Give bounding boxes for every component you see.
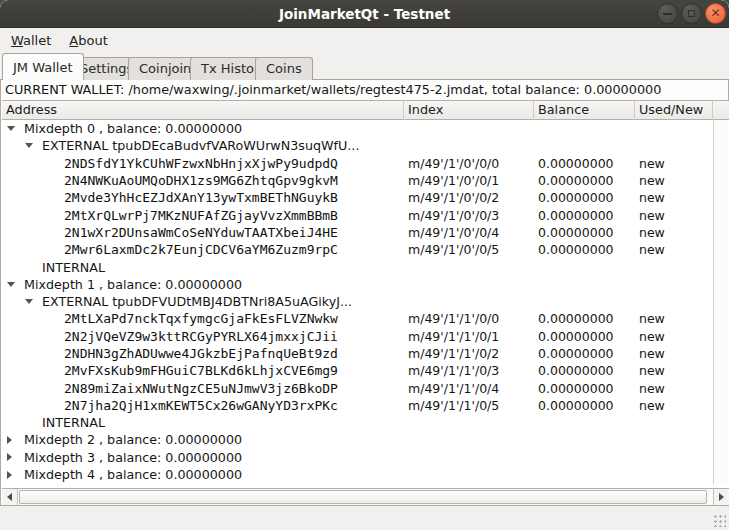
tree-row[interactable]: Mixdepth 1 , balance: 0.00000000 xyxy=(2,276,713,293)
tree-label: EXTERNAL tpubDFVUDtMBJ4DBTNri8A5uAGikyJ.… xyxy=(42,294,352,309)
scroll-right-button[interactable] xyxy=(713,488,729,505)
tree-label: Mixdepth 2 , balance: 0.00000000 xyxy=(24,432,242,447)
header-address[interactable]: Address xyxy=(2,101,404,120)
index-cell: m/49'/1'/1'/0/2 xyxy=(404,346,534,361)
triangle-glyph xyxy=(7,126,15,131)
tree-row[interactable]: 2N2jVQeVZ9w3kttRCGyPYRLX64jmxxjCJiim/49'… xyxy=(2,328,713,345)
collapse-arrow-icon[interactable] xyxy=(25,143,42,148)
address-cell: 2N4NWKuAoUMQoDHX1zs9MG6ZhtqGpv9gkvM xyxy=(64,173,338,188)
tree-label: EXTERNAL tpubDEcaBudvfVARoWUrwN3suqWfU..… xyxy=(42,138,359,153)
address-cell: 2N2jVQeVZ9w3kttRCGyPYRLX64jmxxjCJii xyxy=(64,329,338,344)
balance-cell: 0.00000000 xyxy=(534,190,635,205)
tree-label: Mixdepth 3 , balance: 0.00000000 xyxy=(24,450,242,465)
tree-row[interactable]: 2N7jha2QjH1xmKEWT5Cx26wGANyYD3rxPKcm/49'… xyxy=(2,397,713,414)
tree-row[interactable]: Mixdepth 3 , balance: 0.00000000 xyxy=(2,449,713,466)
balance-cell: 0.00000000 xyxy=(534,225,635,240)
current-wallet-label: CURRENT WALLET: /home/waxwing/.joinmarke… xyxy=(1,80,728,100)
triangle-glyph xyxy=(7,471,12,479)
menu-about-rest: bout xyxy=(78,33,108,48)
address-cell: 2Mwr6LaxmDc2k7EunjCDCV6aYM6Zuzm9rpC xyxy=(64,242,338,257)
collapse-arrow-icon[interactable] xyxy=(7,126,24,131)
tree-row[interactable]: 2Mvde3YhHcEZJdXAnY13ywTxmBEThNGuykBm/49'… xyxy=(2,189,713,206)
menu-wallet-rest: allet xyxy=(23,33,51,48)
status-cell: new xyxy=(635,381,713,396)
header-used-new[interactable]: Used/New xyxy=(635,101,713,120)
tree-row[interactable]: 2MtXrQLwrPj7MKzNUFAfZGjayVvzXmmBBmBm/49'… xyxy=(2,206,713,223)
balance-cell: 0.00000000 xyxy=(534,381,635,396)
tree-name-cell: 2Mvde3YhHcEZJdXAnY13ywTxmBEThNGuykB xyxy=(2,190,404,205)
triangle-glyph xyxy=(7,436,12,444)
status-cell: new xyxy=(635,173,713,188)
tab-jm-wallet[interactable]: JM Wallet xyxy=(2,53,84,80)
index-cell: m/49'/1'/0'/0/1 xyxy=(404,173,534,188)
tree-label: INTERNAL xyxy=(42,260,105,275)
minimize-button[interactable] xyxy=(657,3,678,24)
status-cell: new xyxy=(635,156,713,171)
close-button[interactable]: ✕ xyxy=(705,3,726,24)
tree-row[interactable]: Mixdepth 2 , balance: 0.00000000 xyxy=(2,431,713,448)
close-icon: ✕ xyxy=(706,4,725,23)
menubar: Wallet About xyxy=(0,28,729,53)
triangle-glyph xyxy=(7,282,15,287)
balance-cell: 0.00000000 xyxy=(534,173,635,188)
tree-row[interactable]: Mixdepth 0 , balance: 0.00000000 xyxy=(2,120,713,137)
vertical-scrollbar[interactable] xyxy=(713,120,729,484)
header-index[interactable]: Index xyxy=(404,101,534,120)
minimize-icon xyxy=(663,13,672,15)
maximize-button[interactable] xyxy=(681,3,702,24)
balance-cell: 0.00000000 xyxy=(534,363,635,378)
tree-row[interactable]: 2MtLXaPd7nckTqxfymgcGjaFkEsFLVZNwkwm/49'… xyxy=(2,310,713,327)
status-cell: new xyxy=(635,311,713,326)
collapse-arrow-icon[interactable] xyxy=(25,299,42,304)
index-cell: m/49'/1'/0'/0/0 xyxy=(404,156,534,171)
tree-row[interactable]: EXTERNAL tpubDEcaBudvfVARoWUrwN3suqWfU..… xyxy=(2,137,713,154)
tree-name-cell: EXTERNAL tpubDEcaBudvfVARoWUrwN3suqWfU..… xyxy=(2,138,404,153)
expand-arrow-icon[interactable] xyxy=(7,436,24,444)
tree-row[interactable]: 2NDHN3gZhADUwwe4JGkzbEjPafnqUeBt9zdm/49'… xyxy=(2,345,713,362)
expand-arrow-icon[interactable] xyxy=(7,471,24,479)
menu-wallet-mnemonic: W xyxy=(11,33,23,48)
tree-row[interactable]: EXTERNAL tpubDFVUDtMBJ4DBTNri8A5uAGikyJ.… xyxy=(2,293,713,310)
tree-row[interactable]: Mixdepth 4 , balance: 0.00000000 xyxy=(2,466,713,483)
triangle-glyph xyxy=(25,299,33,304)
tree-name-cell: Mixdepth 3 , balance: 0.00000000 xyxy=(2,450,404,465)
tree-row[interactable]: 2N4NWKuAoUMQoDHX1zs9MG6ZhtqGpv9gkvMm/49'… xyxy=(2,172,713,189)
tree-row[interactable]: 2MvFXsKub9mFHGuiC7BLKd6kLhjxCVE6mg9m/49'… xyxy=(2,362,713,379)
tree-name-cell: 2MvFXsKub9mFHGuiC7BLKd6kLhjxCVE6mg9 xyxy=(2,363,404,378)
address-cell: 2Mvde3YhHcEZJdXAnY13ywTxmBEThNGuykB xyxy=(64,190,338,205)
menu-about-mnemonic: A xyxy=(69,33,78,48)
tree-row[interactable]: 2N1wXr2DUnsaWmCoSeNYduwTAATXbeiJ4HEm/49'… xyxy=(2,224,713,241)
scroll-left-button[interactable] xyxy=(2,489,18,505)
status-cell: new xyxy=(635,190,713,205)
index-cell: m/49'/1'/1'/0/5 xyxy=(404,398,534,413)
horizontal-scrollbar[interactable] xyxy=(2,488,713,505)
expand-arrow-icon[interactable] xyxy=(7,453,24,461)
horizontal-scroll-track[interactable] xyxy=(18,489,713,505)
balance-cell: 0.00000000 xyxy=(534,208,635,223)
tab-coins[interactable]: Coins xyxy=(255,57,313,80)
menu-about[interactable]: About xyxy=(60,28,116,53)
resize-grip-icon[interactable] xyxy=(712,513,726,527)
collapse-arrow-icon[interactable] xyxy=(7,282,24,287)
tree-label: Mixdepth 1 , balance: 0.00000000 xyxy=(24,277,242,292)
tree-label: INTERNAL xyxy=(42,415,105,430)
tree-row[interactable]: 2Mwr6LaxmDc2k7EunjCDCV6aYM6Zuzm9rpCm/49'… xyxy=(2,241,713,258)
menu-wallet[interactable]: Wallet xyxy=(2,28,60,53)
status-bar xyxy=(0,506,729,530)
maximize-icon xyxy=(688,10,695,17)
status-cell: new xyxy=(635,208,713,223)
status-cell: new xyxy=(635,346,713,361)
tree-name-cell: 2NDSfdY1YkCUhWFzwxNbHnjxXjwPy9udpdQ xyxy=(2,156,404,171)
header-balance[interactable]: Balance xyxy=(534,101,635,120)
tree-row[interactable]: INTERNAL xyxy=(2,414,713,431)
tree-row[interactable]: 2N89miZaixNWutNgzCE5uNJmwV3jz6BkoDPm/49'… xyxy=(2,379,713,396)
address-cell: 2MtXrQLwrPj7MKzNUFAfZGjayVvzXmmBBmB xyxy=(64,208,338,223)
horizontal-scroll-thumb[interactable] xyxy=(19,490,707,504)
tree-row[interactable]: 2NDSfdY1YkCUhWFzwxNbHnjxXjwPy9udpdQm/49'… xyxy=(2,155,713,172)
address-cell: 2N89miZaixNWutNgzCE5uNJmwV3jz6BkoDP xyxy=(64,381,338,396)
tree-row[interactable]: INTERNAL xyxy=(2,258,713,275)
tree-name-cell: Mixdepth 4 , balance: 0.00000000 xyxy=(2,467,404,482)
address-cell: 2MvFXsKub9mFHGuiC7BLKd6kLhjxCVE6mg9 xyxy=(64,363,338,378)
titlebar[interactable]: JoinMarketQt - Testnet ✕ xyxy=(0,0,729,28)
header-filler xyxy=(713,101,729,120)
